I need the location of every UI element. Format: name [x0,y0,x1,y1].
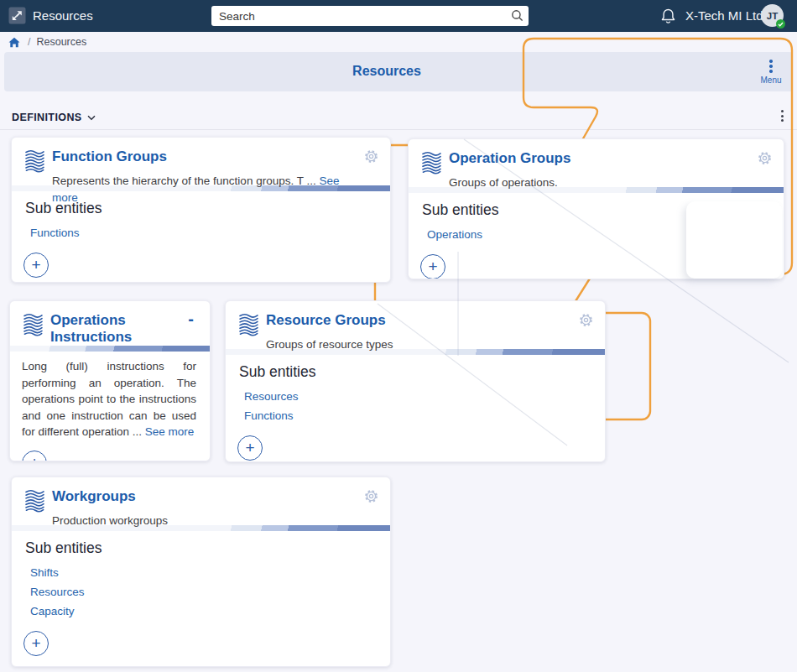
page-header-band: Resources Menu [4,52,793,91]
layers-icon [22,312,44,336]
layers-icon [420,150,443,175]
definitions-options-button[interactable] [781,110,784,122]
overlapping-card-fragment [686,201,782,279]
card-description: Production workgroups [52,513,357,529]
vertical-ellipsis-icon [757,58,785,73]
tenant-name[interactable]: X-Tech MI Ltd. [685,8,767,23]
entity-card: Operations Instructions - Long (full) in… [9,300,211,461]
decorative-stripe [10,346,210,352]
entity-card: Workgroups Production workgroups Sub ent… [11,477,391,667]
resources-definitions-page: Resources X-Tech MI Ltd. JT / Resources [0,0,797,672]
top-navbar: Resources X-Tech MI Ltd. JT [0,0,797,32]
entity-card: Resource Groups Groups of resource types… [225,300,606,462]
sub-entities-list: Operations [420,221,482,247]
definitions-label: DEFINITIONS [12,112,82,123]
layers-icon [23,148,46,173]
card-header: Operations Instructions - [10,301,210,346]
card-title[interactable]: Function Groups [52,148,357,165]
card-header: Resource Groups Groups of resource types [226,301,605,349]
global-search [211,6,529,26]
add-entity-button[interactable]: + [23,631,49,656]
gear-icon[interactable] [756,149,774,167]
avatar-initials: JT [767,11,778,21]
chevron-down-icon [87,115,96,121]
card-header: Operation Groups Groups of operations. [409,139,784,187]
card-body: Sub entities ResourcesFunctions + [226,355,605,462]
gear-icon[interactable] [577,311,595,329]
breadcrumb-separator: / [28,36,30,48]
sub-entity-link[interactable]: Operations [427,228,482,241]
card-header: Function Groups Represents the hierarchy… [12,138,390,185]
card-description: Groups of resource types [266,336,571,353]
sub-entity-link[interactable]: Resources [244,390,299,403]
sub-entity-link[interactable]: Functions [30,227,80,239]
card-title[interactable]: Operation Groups [449,150,750,167]
page-title: Resources [4,64,769,79]
sub-entities-heading: Sub entities [25,539,102,557]
sub-entity-link[interactable]: Functions [244,409,299,422]
sub-entity-link[interactable]: Capacity [30,605,85,617]
user-avatar[interactable]: JT [761,4,784,27]
card-description: Long (full) instructions for performing … [22,358,196,440]
page-menu-button[interactable]: Menu [757,58,785,85]
search-input[interactable] [211,6,529,26]
sub-entity-link[interactable]: Resources [30,586,85,598]
menu-label: Menu [757,76,785,85]
app-title: Resources [33,8,93,23]
collapse-button[interactable]: - [182,311,200,329]
section-divider [0,129,797,130]
add-entity-button[interactable]: + [237,435,263,461]
layers-icon [23,488,46,513]
layers-icon [237,312,260,336]
card-body: Long (full) instructions for performing … [10,352,210,461]
card-header: Workgroups Production workgroups [12,477,390,525]
app-logo-icon[interactable] [8,7,26,24]
card-description: Represents the hierarchy of the function… [52,173,357,206]
sub-entities-heading: Sub entities [239,363,315,381]
card-title[interactable]: Operations Instructions [50,312,176,346]
card-title[interactable]: Workgroups [52,488,357,505]
breadcrumb-current[interactable]: Resources [36,36,86,48]
card-description: Groups of operations. [449,175,750,191]
gear-icon[interactable] [362,487,380,505]
home-icon[interactable] [8,37,20,48]
add-entity-button[interactable]: + [23,253,49,278]
search-icon[interactable] [511,9,524,22]
card-body: Sub entities ShiftsResourcesCapacity + [12,531,390,666]
sub-entity-link[interactable]: Shifts [30,566,85,579]
add-entity-button[interactable]: + [420,254,445,279]
online-status-badge [776,19,785,29]
notifications-bell-icon[interactable] [660,8,676,24]
card-title[interactable]: Resource Groups [266,312,571,329]
sub-entities-list: Functions [23,220,80,246]
breadcrumb: / Resources [0,32,797,52]
entity-card: Function Groups Represents the hierarchy… [11,137,391,283]
gear-icon[interactable] [362,148,380,165]
sub-entities-list: ResourcesFunctions [237,383,299,429]
add-entity-button[interactable]: + [22,451,47,462]
sub-entities-heading: Sub entities [422,201,498,219]
see-more-link[interactable]: See more [145,425,195,438]
sub-entities-list: ShiftsResourcesCapacity [23,560,85,624]
definitions-section-toggle[interactable]: DEFINITIONS [12,110,96,125]
